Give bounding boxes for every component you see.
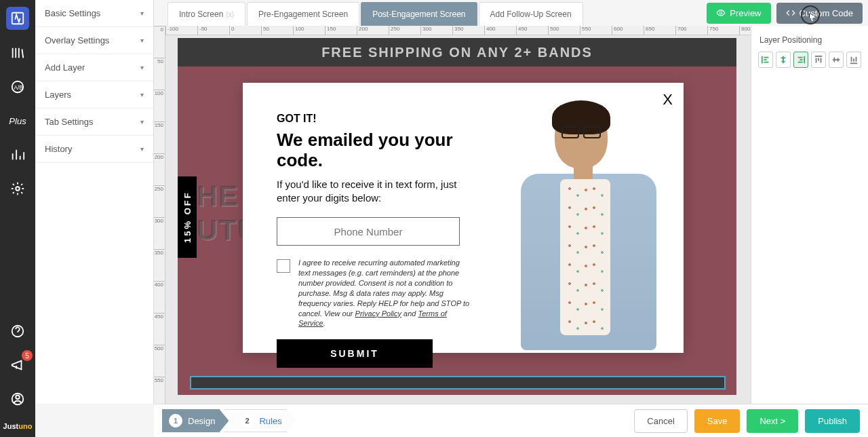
popup-image-area	[500, 83, 684, 353]
section-overlay-settings[interactable]: Overlay Settings▾	[35, 27, 153, 54]
align-center-h-button[interactable]	[776, 52, 791, 68]
popup-headline: We emailed you your code.	[277, 130, 473, 171]
preview-button[interactable]: Preview	[707, 3, 770, 24]
align-controls	[751, 52, 868, 68]
close-icon[interactable]: (x)	[226, 11, 234, 18]
shipping-banner[interactable]: FREE SHIPPING ON ANY 2+ BANDS	[178, 38, 736, 66]
notif-badge: 5	[22, 350, 33, 361]
section-layers[interactable]: Layers▾	[35, 81, 153, 109]
consent-checkbox[interactable]	[277, 259, 290, 273]
publish-button[interactable]: Publish	[805, 409, 860, 433]
nav-help-icon[interactable]	[7, 320, 28, 342]
step-number: 1	[169, 414, 182, 428]
tab-add-followup[interactable]: Add Follow-Up Screen	[479, 2, 583, 26]
align-right-button[interactable]	[793, 52, 808, 68]
page-background[interactable]: FREE SHIPPING ON ANY 2+ BANDS 15% OFF HE…	[178, 38, 736, 395]
right-panel-title: Layer Positioning	[751, 26, 868, 52]
caret-icon: ▾	[140, 118, 144, 126]
tab-intro-screen[interactable]: Intro Screen(x)	[167, 2, 245, 26]
caret-icon: ▾	[140, 145, 144, 153]
section-history[interactable]: History▾	[35, 136, 153, 163]
offer-side-tab[interactable]: 15% OFF	[178, 176, 197, 258]
tab-post-engagement[interactable]: Post-Engagement Screen	[361, 2, 477, 26]
cancel-button[interactable]: Cancel	[634, 409, 687, 433]
section-basic-settings[interactable]: Basic Settings▾	[35, 0, 153, 27]
design-canvas[interactable]: FREE SHIPPING ON ANY 2+ BANDS 15% OFF HE…	[165, 35, 751, 404]
align-center-v-button[interactable]	[829, 52, 844, 68]
submit-button[interactable]: SUBMIT	[277, 339, 433, 368]
code-icon	[786, 8, 795, 18]
consent-text: I agree to receive recurring automated m…	[298, 258, 473, 328]
left-settings-panel: Basic Settings▾ Overlay Settings▾ Add La…	[35, 0, 154, 404]
step-design[interactable]: 1 Design	[162, 409, 229, 432]
svg-point-6	[16, 396, 20, 400]
top-tabbar: Intro Screen(x) Pre-Engagement Screen Po…	[154, 0, 868, 26]
section-tab-settings[interactable]: Tab Settings▾	[35, 109, 153, 136]
svg-point-7	[720, 12, 723, 14]
person-illustration	[500, 94, 684, 353]
save-button[interactable]: Save	[694, 409, 741, 433]
custom-code-button[interactable]: Custom Code	[776, 3, 863, 24]
nav-announce-icon[interactable]: 5	[7, 354, 28, 376]
right-panel: Layer Positioning	[751, 26, 868, 404]
nav-settings-icon[interactable]	[7, 178, 28, 200]
caret-icon: ▾	[140, 91, 144, 98]
next-button[interactable]: Next >	[747, 409, 798, 433]
caret-icon: ▾	[140, 10, 144, 17]
caret-icon: ▾	[140, 37, 144, 44]
step-number: 2	[240, 414, 254, 428]
nav-account-icon[interactable]	[7, 388, 28, 410]
nav-ab-test-icon[interactable]: A/B	[7, 76, 28, 98]
svg-text:A/B: A/B	[14, 85, 24, 91]
bottom-bar: 1 Design 2 Rules Cancel Save Next > Publ…	[154, 404, 868, 437]
left-nav: A/B Plus 5 Justuno	[0, 0, 35, 437]
tab-pre-engagement[interactable]: Pre-Engagement Screen	[247, 2, 359, 26]
popup-subtext: If you'd like to receive it in text form…	[277, 178, 473, 206]
align-top-button[interactable]	[811, 52, 826, 68]
section-add-layer[interactable]: Add Layer▾	[35, 54, 153, 81]
caret-icon: ▾	[140, 64, 144, 71]
privacy-link[interactable]: Privacy Policy	[355, 309, 401, 318]
svg-point-3	[16, 187, 20, 191]
brand-logo: Justuno	[3, 422, 33, 430]
align-bottom-button[interactable]	[846, 52, 861, 68]
popup-eyebrow: GOT IT!	[277, 113, 473, 125]
eye-icon	[716, 8, 726, 18]
nav-library-icon[interactable]	[7, 42, 28, 64]
nav-analytics-icon[interactable]	[7, 144, 28, 166]
nav-plus-icon[interactable]: Plus	[7, 110, 28, 132]
bottom-strip[interactable]	[190, 376, 726, 390]
nav-brand-icon[interactable]	[6, 7, 29, 30]
vertical-ruler: 050100150200250300350400450500550	[154, 26, 165, 404]
phone-input[interactable]	[277, 217, 460, 246]
step-rules[interactable]: 2 Rules	[223, 409, 296, 432]
align-left-button[interactable]	[758, 52, 773, 68]
popup-modal[interactable]: X GOT IT! We emailed you your code. If y…	[243, 83, 684, 353]
horizontal-ruler: -100-50050100150200250300350400450500550…	[165, 26, 751, 35]
